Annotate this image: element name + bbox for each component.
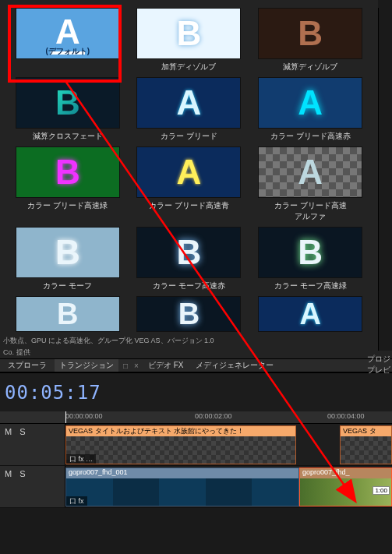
transition-row4-a[interactable]: B	[11, 296, 125, 332]
clip-video-2[interactable]: gopro007_fhd_ 1:00	[299, 468, 392, 506]
transition-add-dissolve[interactable]: B 加算ディゾルブ	[132, 8, 246, 72]
right-panel-labels: プロジ プレビ	[367, 354, 390, 376]
tab-video-fx[interactable]: ビデオ FX	[143, 359, 189, 372]
tab-media-generator[interactable]: メディジェネレーター	[191, 359, 278, 372]
transition-color-bleed-blue[interactable]: A カラー ブリード高速青	[132, 146, 246, 222]
plugin-info-line1: 小数点、GPU による高速化、グループ化 VEG AS、バージョン 1.0	[0, 335, 392, 347]
track-1-header[interactable]: M S	[0, 424, 65, 465]
panel-tabbar: スプローラ トランジション □ × ビデオ FX メディジェネレーター	[0, 358, 392, 372]
clip-video-1[interactable]: gopro007_fhd_001 口 fx	[65, 468, 299, 506]
transition-sub-dissolve[interactable]: B 減算ディゾルブ	[253, 8, 367, 72]
default-label: (デフォルト)	[16, 46, 119, 57]
mute-button[interactable]: M	[5, 427, 12, 436]
clip-title-2[interactable]: VEGAS タ	[340, 425, 392, 464]
mute-button[interactable]: M	[5, 469, 12, 478]
transition-row4-c[interactable]: A	[253, 296, 367, 332]
clip-fx-footer[interactable]: 口 fx	[66, 496, 87, 506]
timeline: 00:00:00:00 00:00:02:00 00:00:04:00 M S …	[0, 411, 392, 508]
timecode-display[interactable]: 00:05:17	[0, 382, 106, 404]
track-1: M S VEGAS タイトルおよびテキスト 水族館にやってきた！ 口 fx … …	[0, 424, 392, 466]
transition-color-bleed-red[interactable]: A カラー ブリード高速赤	[253, 77, 367, 142]
solo-button[interactable]: S	[19, 469, 25, 478]
right-scrollbar[interactable]	[378, 8, 392, 351]
track-2: M S gopro007_fhd_001 口 fx gopro007_fhd_ …	[0, 466, 392, 508]
transition-color-bleed-green[interactable]: B カラー ブリード高速緑	[11, 146, 125, 222]
transition-color-bleed-alpha[interactable]: A カラー ブリード高速 アルファ	[253, 146, 367, 222]
playhead[interactable]	[65, 411, 66, 423]
tab-explorer[interactable]: スプローラ	[3, 359, 51, 372]
tab-close-icon[interactable]: ×	[132, 362, 140, 370]
tab-pin-icon[interactable]: □	[122, 362, 129, 370]
clip-title-1[interactable]: VEGAS タイトルおよびテキスト 水族館にやってきた！ 口 fx …	[65, 425, 296, 464]
transition-default[interactable]: A (デフォルト)	[11, 8, 125, 72]
transition-color-morph-red[interactable]: B カラー モーフ高速赤	[132, 227, 246, 291]
transition-presets-grid: A (デフォルト) B 加算ディゾルブ B 減算ディゾルブ B 減算クロスフェー…	[0, 0, 378, 335]
transition-color-morph-green[interactable]: B カラー モーフ高速緑	[253, 227, 367, 291]
track-2-header[interactable]: M S	[0, 466, 65, 507]
timeline-ruler[interactable]: 00:00:00:00 00:00:02:00 00:00:04:00	[0, 411, 392, 424]
clip-fx-footer[interactable]: 口 fx …	[66, 454, 96, 464]
plugin-info-line2: Co. 提供	[0, 347, 392, 358]
clip-duration-badge: 1:00	[373, 486, 390, 495]
transition-color-bleed[interactable]: A カラー ブリード	[132, 77, 246, 142]
transition-sub-crossfade[interactable]: B 減算クロスフェード	[11, 77, 125, 142]
transport-bar: 00:05:17	[0, 372, 392, 411]
tab-transition[interactable]: トランジション	[55, 359, 118, 372]
transition-color-morph[interactable]: B カラー モーフ	[11, 227, 125, 291]
solo-button[interactable]: S	[19, 427, 25, 436]
transition-row4-b[interactable]: B	[132, 296, 246, 332]
